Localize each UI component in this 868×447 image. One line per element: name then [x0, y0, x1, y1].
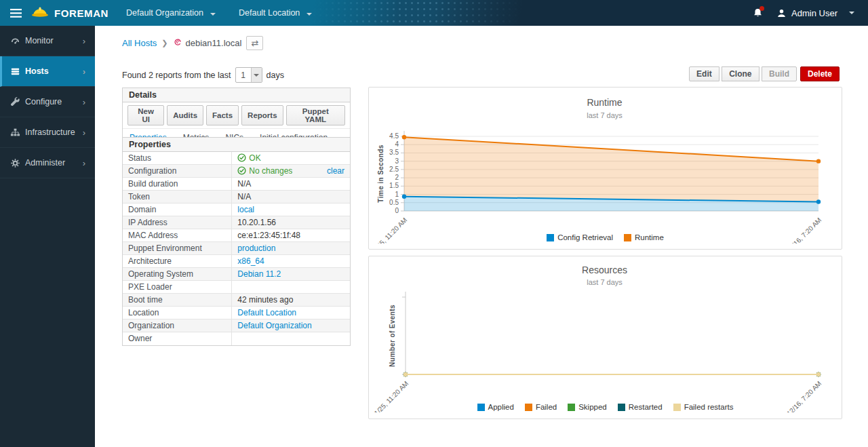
ok-icon: [237, 166, 246, 176]
legend-item-config-retrieval[interactable]: Config Retrieval: [547, 233, 613, 241]
breadcrumb-all-hosts-link[interactable]: All Hosts: [122, 38, 157, 48]
sidebar-item-label: Hosts: [25, 66, 49, 76]
runtime-chart: Runtimelast 7 days00.511.522.533.544.511…: [369, 88, 840, 244]
clone-button[interactable]: Clone: [722, 66, 759, 81]
legend-item-runtime[interactable]: Runtime: [624, 233, 664, 241]
hamburger-menu-icon[interactable]: [0, 9, 31, 18]
report-count-text: Found 2 reports from the last: [122, 71, 231, 80]
chevron-down-icon: [251, 68, 262, 82]
table-row: Boot time42 minutes ago: [123, 294, 350, 307]
sidebar-item-label: Configure: [25, 97, 62, 106]
new-ui-button[interactable]: New UI: [127, 105, 164, 125]
table-row: StatusOK: [123, 152, 350, 165]
svg-text:3.5: 3.5: [389, 149, 399, 156]
property-link[interactable]: Default Location: [237, 308, 296, 317]
brand-text: FOREMAN: [54, 7, 108, 19]
puppet-yaml-button[interactable]: Puppet YAML: [286, 105, 345, 125]
property-value: N/A: [232, 191, 350, 203]
legend-swatch: [618, 404, 625, 411]
sidebar-item-hosts[interactable]: Hosts ›: [0, 56, 95, 87]
clear-link[interactable]: clear: [327, 166, 344, 176]
reports-button[interactable]: Reports: [241, 105, 283, 125]
property-label: Status: [123, 152, 232, 165]
server-icon: [10, 66, 25, 77]
svg-text:Runtime: Runtime: [587, 97, 622, 108]
legend-item-failed-restarts[interactable]: Failed restarts: [673, 403, 734, 411]
svg-text:0: 0: [395, 207, 399, 214]
legend-label: Restarted: [629, 403, 663, 411]
property-link[interactable]: local: [237, 205, 254, 214]
build-button[interactable]: Build: [762, 66, 797, 81]
chevron-right-icon: ›: [83, 36, 85, 46]
svg-text:1: 1: [395, 191, 399, 198]
table-row: Owner: [123, 332, 350, 345]
legend-item-applied[interactable]: Applied: [477, 403, 514, 411]
property-value: Default Location: [232, 307, 350, 319]
sidebar-item-administer[interactable]: Administer ›: [0, 148, 95, 178]
table-row: Domainlocal: [123, 203, 350, 216]
table-row: OrganizationDefault Organization: [123, 319, 350, 332]
property-label: Puppet Environment: [123, 242, 232, 255]
property-link[interactable]: Default Organization: [237, 321, 311, 330]
svg-text:2: 2: [395, 174, 399, 181]
organization-label: Default Organization: [126, 8, 203, 18]
main-content: All Hosts ❯ debian11.local ⇄ Found 2 rep…: [95, 26, 868, 447]
properties-title: Properties: [123, 138, 350, 152]
table-row: IP Address10.20.1.56: [123, 216, 350, 229]
foreman-logo[interactable]: FOREMAN: [31, 6, 108, 20]
legend-swatch: [568, 404, 575, 411]
svg-text:Time in Seconds: Time in Seconds: [377, 144, 384, 202]
property-label: Location: [123, 307, 232, 319]
user-icon: [776, 8, 787, 18]
legend-label: Failed restarts: [684, 403, 734, 411]
navbar-right: Admin User: [753, 7, 868, 18]
legend-label: Applied: [488, 403, 514, 411]
days-select[interactable]: 1: [235, 67, 262, 83]
sidebar-item-monitor[interactable]: Monitor ›: [0, 26, 95, 56]
property-value: Debian 11.2: [232, 268, 350, 281]
property-value: 10.20.1.56: [232, 216, 350, 229]
runtime-chart-panel: Runtimelast 7 days00.511.522.533.544.511…: [368, 87, 842, 250]
tachometer-icon: [10, 36, 25, 46]
legend-item-restarted[interactable]: Restarted: [618, 403, 663, 411]
svg-text:1.5: 1.5: [389, 182, 399, 189]
navbar-left: FOREMAN Default Organization Default Loc…: [0, 6, 335, 20]
days-suffix: days: [267, 71, 284, 80]
organization-selector[interactable]: Default Organization: [126, 8, 216, 18]
legend-swatch: [673, 404, 681, 411]
legend-label: Skipped: [578, 403, 607, 411]
properties-panel: Properties StatusOKConfigurationNo chang…: [122, 137, 351, 346]
sidebar-nav: Monitor › Hosts › Configure › Infrastruc…: [0, 26, 95, 447]
sidebar-item-configure[interactable]: Configure ›: [0, 87, 95, 117]
debian-icon: [173, 37, 182, 49]
user-menu[interactable]: Admin User: [776, 8, 854, 18]
location-selector[interactable]: Default Location: [239, 8, 312, 18]
user-name: Admin User: [791, 8, 837, 18]
property-label: IP Address: [123, 216, 232, 229]
property-label: Organization: [123, 319, 232, 332]
wrench-icon: [10, 97, 25, 107]
property-link[interactable]: x86_64: [237, 256, 264, 266]
facts-button[interactable]: Facts: [206, 105, 239, 125]
table-row: Architecturex86_64: [123, 255, 350, 268]
sidebar-item-infrastructure[interactable]: Infrastructure ›: [0, 117, 95, 148]
host-switcher-button[interactable]: ⇄: [246, 36, 263, 50]
svg-text:last 7 days: last 7 days: [587, 111, 623, 119]
edit-button[interactable]: Edit: [689, 66, 719, 81]
breadcrumb: All Hosts ❯ debian11.local ⇄: [122, 36, 263, 50]
ok-icon: [237, 153, 246, 163]
notifications-button[interactable]: [753, 7, 763, 18]
property-value: x86_64: [232, 255, 350, 268]
property-link[interactable]: production: [237, 244, 275, 253]
svg-text:Number of Events: Number of Events: [389, 305, 396, 367]
audits-button[interactable]: Audits: [167, 105, 203, 125]
table-row: Operating SystemDebian 11.2: [123, 268, 350, 281]
legend-item-skipped[interactable]: Skipped: [568, 403, 607, 411]
property-value: Default Organization: [232, 319, 350, 332]
table-row: ConfigurationNo changesclear: [123, 165, 350, 178]
delete-button[interactable]: Delete: [800, 66, 840, 81]
property-value: production: [232, 242, 350, 255]
legend-item-failed[interactable]: Failed: [525, 403, 557, 411]
property-link[interactable]: Debian 11.2: [237, 269, 281, 279]
property-label: MAC Address: [123, 229, 232, 242]
